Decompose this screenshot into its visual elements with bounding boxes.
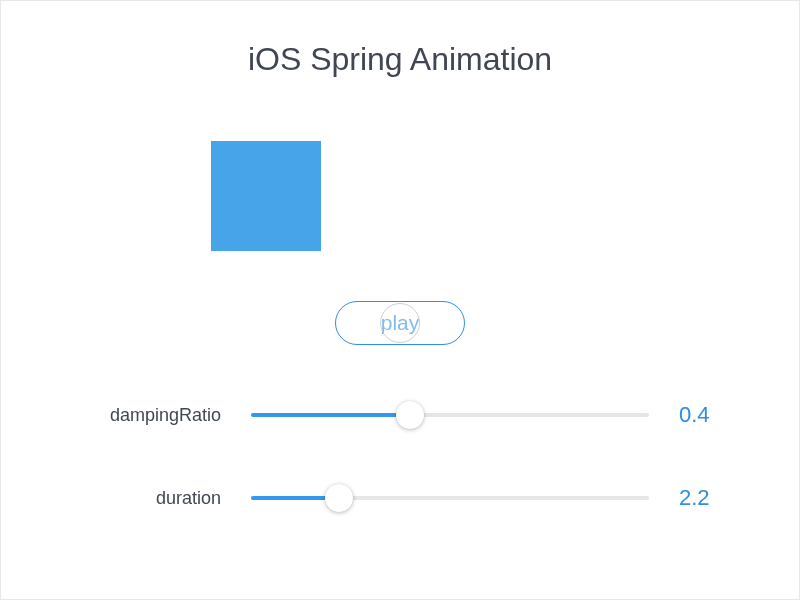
damping-ratio-value: 0.4 xyxy=(679,402,739,428)
damping-ratio-slider[interactable] xyxy=(251,401,649,429)
slider-track xyxy=(251,496,649,500)
page-title: iOS Spring Animation xyxy=(1,41,799,78)
slider-thumb[interactable] xyxy=(396,401,424,429)
damping-ratio-row: dampingRatio 0.4 xyxy=(1,401,799,429)
duration-value: 2.2 xyxy=(679,485,739,511)
slider-fill xyxy=(251,413,410,417)
duration-label: duration xyxy=(61,488,221,509)
slider-track xyxy=(251,413,649,417)
duration-slider[interactable] xyxy=(251,484,649,512)
duration-row: duration 2.2 xyxy=(1,484,799,512)
slider-thumb[interactable] xyxy=(325,484,353,512)
controls-panel: dampingRatio 0.4 duration 2.2 xyxy=(1,401,799,567)
animation-square xyxy=(211,141,321,251)
damping-ratio-label: dampingRatio xyxy=(61,405,221,426)
play-button[interactable]: play xyxy=(335,301,465,345)
